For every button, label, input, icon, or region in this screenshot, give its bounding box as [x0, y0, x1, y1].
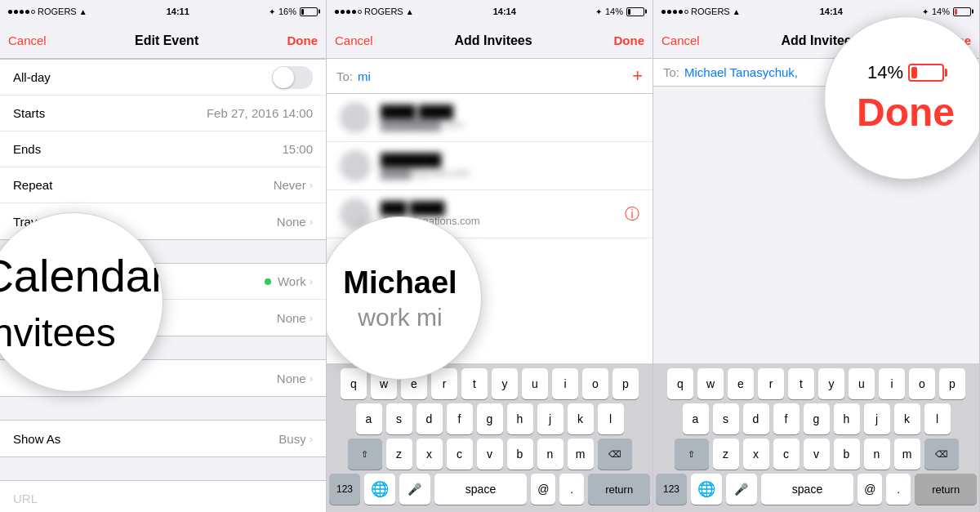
key-delete-3[interactable]: ⌫: [924, 439, 959, 470]
zoom-line1: Calendar: [0, 248, 163, 303]
key-n-3[interactable]: n: [864, 439, 890, 470]
key-d-2[interactable]: d: [416, 403, 443, 434]
key-return-3[interactable]: return: [915, 474, 977, 505]
add-invitee-button[interactable]: +: [632, 65, 643, 87]
key-w-3[interactable]: w: [697, 368, 724, 399]
key-num-3[interactable]: 123: [656, 474, 687, 505]
zoom-done-text[interactable]: Done: [857, 90, 955, 135]
ends-value: 15:00: [282, 142, 313, 156]
key-delete-2[interactable]: ⌫: [598, 439, 632, 470]
key-dot-2[interactable]: .: [559, 474, 584, 505]
key-f-3[interactable]: f: [773, 403, 800, 434]
key-g-2[interactable]: g: [477, 403, 503, 434]
key-a-3[interactable]: a: [683, 403, 709, 434]
travel-time-value: None ›: [277, 215, 313, 229]
done-button-1[interactable]: Done: [287, 33, 318, 47]
key-r-3[interactable]: r: [758, 368, 784, 399]
starts-row[interactable]: Starts Feb 27, 2016 14:00: [0, 96, 326, 131]
key-b-2[interactable]: b: [507, 439, 533, 470]
key-q-3[interactable]: q: [667, 368, 693, 399]
key-space-3[interactable]: space: [761, 474, 854, 505]
key-k-2[interactable]: k: [568, 403, 594, 434]
cancel-button-3[interactable]: Cancel: [662, 33, 700, 47]
key-d-3[interactable]: d: [743, 403, 769, 434]
done-button-2[interactable]: Done: [614, 33, 645, 47]
edit-event-title: Edit Event: [135, 33, 198, 48]
show-as-row[interactable]: Show As Busy ›: [0, 421, 326, 456]
status-bar-1: ROGERS ▲ 14:11 ✦ 16%: [0, 0, 326, 23]
key-s-3[interactable]: s: [713, 403, 739, 434]
status-bar-2: ROGERS ▲ 14:14 ✦ 14%: [327, 0, 653, 23]
key-x-3[interactable]: x: [743, 439, 769, 470]
key-shift-2[interactable]: ⇧: [348, 439, 382, 470]
to-input-2[interactable]: mi: [358, 69, 632, 83]
key-num-2[interactable]: 123: [329, 474, 360, 505]
key-c-2[interactable]: c: [447, 439, 473, 470]
repeat-row[interactable]: Repeat Never ›: [0, 167, 326, 203]
key-u-3[interactable]: u: [849, 368, 875, 399]
key-k-3[interactable]: k: [894, 403, 920, 434]
status-left-3: ROGERS ▲: [662, 7, 741, 16]
key-space-2[interactable]: space: [434, 474, 528, 505]
key-r-2[interactable]: r: [431, 368, 457, 399]
key-f-2[interactable]: f: [447, 403, 473, 434]
key-u-2[interactable]: u: [522, 368, 548, 399]
key-emoji-2[interactable]: 🌐: [364, 474, 395, 505]
key-j-2[interactable]: j: [537, 403, 564, 434]
key-dot-3[interactable]: .: [886, 474, 911, 505]
url-row[interactable]: URL: [0, 481, 326, 512]
key-q-2[interactable]: q: [341, 368, 367, 399]
key-x-2[interactable]: x: [416, 439, 443, 470]
key-i-2[interactable]: i: [552, 368, 578, 399]
key-y-2[interactable]: y: [492, 368, 518, 399]
key-shift-3[interactable]: ⇧: [675, 439, 709, 470]
key-at-3[interactable]: @: [858, 474, 882, 505]
key-mic-2[interactable]: 🎤: [399, 474, 430, 505]
kb-row4-3: 123 🌐 🎤 space @ . return: [656, 474, 977, 505]
key-h-3[interactable]: h: [834, 403, 860, 434]
key-v-3[interactable]: v: [804, 439, 830, 470]
key-l-2[interactable]: l: [598, 403, 624, 434]
key-m-2[interactable]: m: [568, 439, 594, 470]
key-t-3[interactable]: t: [788, 368, 814, 399]
key-mic-3[interactable]: 🎤: [726, 474, 757, 505]
key-t-2[interactable]: t: [461, 368, 488, 399]
key-y-3[interactable]: y: [818, 368, 844, 399]
repeat-value: Never ›: [274, 178, 313, 192]
key-g-3[interactable]: g: [804, 403, 830, 434]
key-c-3[interactable]: c: [773, 439, 800, 470]
ends-row[interactable]: Ends 15:00: [0, 131, 326, 167]
key-e-3[interactable]: e: [728, 368, 754, 399]
info-button-3[interactable]: ⓘ: [625, 204, 639, 224]
key-j-3[interactable]: j: [864, 403, 890, 434]
key-o-3[interactable]: o: [909, 368, 935, 399]
add-invitees-title: Add Invitees: [455, 33, 532, 48]
cancel-button-2[interactable]: Cancel: [335, 33, 373, 47]
zoom-battery-icon: [908, 64, 944, 82]
key-i-3[interactable]: i: [879, 368, 905, 399]
key-z-2[interactable]: z: [386, 439, 412, 470]
all-day-toggle[interactable]: [272, 66, 313, 89]
key-at-2[interactable]: @: [531, 474, 555, 505]
status-left-2: ROGERS ▲: [335, 7, 414, 16]
key-b-3[interactable]: b: [834, 439, 860, 470]
key-z-3[interactable]: z: [713, 439, 739, 470]
key-l-3[interactable]: l: [924, 403, 951, 434]
key-p-2[interactable]: p: [612, 368, 639, 399]
key-v-2[interactable]: v: [477, 439, 503, 470]
suggestion-1[interactable]: ████ ████ ████████.com: [327, 94, 653, 142]
all-day-row[interactable]: All-day: [0, 60, 326, 96]
key-o-2[interactable]: o: [582, 368, 608, 399]
key-s-2[interactable]: s: [386, 403, 412, 434]
key-emoji-3[interactable]: 🌐: [691, 474, 722, 505]
cancel-button-1[interactable]: Cancel: [8, 33, 47, 47]
key-m-3[interactable]: m: [894, 439, 920, 470]
key-h-2[interactable]: h: [507, 403, 533, 434]
key-return-2[interactable]: return: [588, 474, 650, 505]
key-p-3[interactable]: p: [939, 368, 965, 399]
battery-pct-2: 14%: [605, 7, 623, 16]
key-a-2[interactable]: a: [356, 403, 382, 434]
key-n-2[interactable]: n: [537, 439, 564, 470]
suggestion-2[interactable]: ███████ ████@gmail.com: [327, 142, 653, 190]
battery-icon-3: [953, 7, 971, 16]
